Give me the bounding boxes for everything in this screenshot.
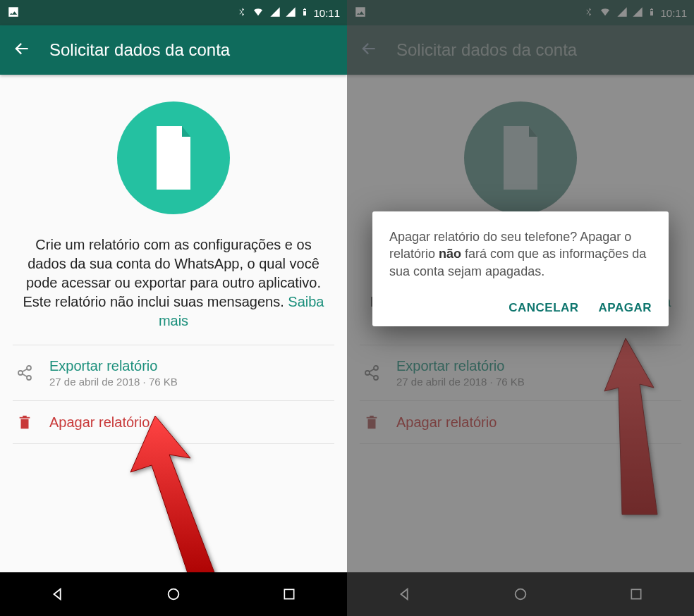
svg-point-1 <box>27 366 31 370</box>
share-icon <box>16 364 34 381</box>
export-label: Exportar relatório <box>49 358 178 374</box>
svg-marker-6 <box>130 416 215 581</box>
picture-icon <box>7 6 20 20</box>
svg-point-3 <box>27 376 31 380</box>
nav-recent-icon[interactable] <box>281 586 298 603</box>
main-content: Crie um relatório com as configurações e… <box>0 75 347 444</box>
page-title: Solicitar dados da conta <box>49 40 230 60</box>
confirm-delete-dialog: Apagar relatório do seu telefone? Apagar… <box>372 211 669 326</box>
android-nav-bar <box>0 572 347 616</box>
phone-screenshot-left: 10:11 Solicitar dados da conta Crie um r… <box>0 0 347 616</box>
nav-back-icon[interactable] <box>49 586 66 603</box>
nav-home-icon[interactable] <box>165 586 182 603</box>
export-report-row[interactable]: Exportar relatório 27 de abril de 2018 ·… <box>13 345 334 401</box>
svg-point-7 <box>169 589 179 600</box>
back-icon[interactable] <box>13 39 31 61</box>
svg-line-5 <box>23 374 28 377</box>
signal-icon-2 <box>285 6 296 20</box>
svg-point-2 <box>18 371 23 375</box>
cancel-button[interactable]: CANCELAR <box>509 301 578 315</box>
dialog-message: Apagar relatório do seu telefone? Apagar… <box>389 228 652 280</box>
svg-rect-0 <box>304 10 306 11</box>
trash-icon <box>16 414 34 431</box>
wifi-icon <box>251 6 265 20</box>
battery-icon <box>300 6 309 20</box>
bluetooth-icon <box>237 6 247 20</box>
export-meta: 27 de abril de 2018 · 76 KB <box>49 376 178 388</box>
annotation-arrow <box>92 416 233 588</box>
svg-line-4 <box>23 369 28 372</box>
status-bar: 10:11 <box>0 0 347 25</box>
description-text: Crie um relatório com as configurações e… <box>13 235 334 345</box>
confirm-delete-button[interactable]: APAGAR <box>599 301 652 315</box>
app-bar: Solicitar dados da conta <box>0 25 347 75</box>
svg-rect-8 <box>284 589 293 598</box>
status-time: 10:11 <box>313 7 340 19</box>
phone-screenshot-right: 10:11 Solicitar dados da conta Crie um r… <box>347 0 694 616</box>
document-hero-icon <box>117 101 230 214</box>
signal-icon <box>269 6 281 20</box>
